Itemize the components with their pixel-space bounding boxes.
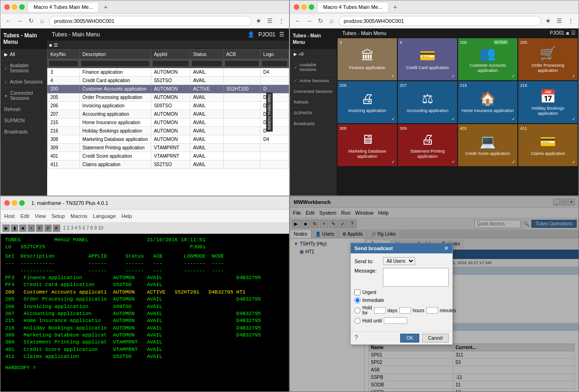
sidebar-item-broadcasts[interactable]: Broadcasts bbox=[0, 126, 47, 138]
tile-sidebar-supmon[interactable]: SUPMON bbox=[290, 108, 337, 119]
back-icon[interactable]: ← bbox=[4, 17, 13, 25]
menu-icon-2[interactable]: ⋮ bbox=[566, 17, 575, 25]
table-row[interactable]: 216 Holiday Bookings application AUTOMON… bbox=[48, 127, 289, 135]
filter-status[interactable] bbox=[191, 60, 222, 67]
tile-sidebar-all[interactable]: ▶All bbox=[290, 49, 337, 60]
table-row[interactable]: 207 Accounting application AUTOMON AVAIL… bbox=[48, 110, 289, 119]
dialog-send-to-select[interactable]: All Users bbox=[383, 257, 415, 265]
sidebar-item-connected[interactable]: ► Connected Sessions bbox=[0, 88, 47, 104]
tile-sidebar-active[interactable]: ✓Active Sessions bbox=[290, 75, 337, 86]
tile-item[interactable]: 205🛒Order Processing application✓ bbox=[518, 38, 578, 80]
menu-language[interactable]: Language bbox=[93, 213, 116, 219]
minimize-button-2[interactable] bbox=[301, 4, 307, 10]
settings-icon-2[interactable]: ☰ bbox=[555, 17, 564, 25]
tool-6[interactable]: F bbox=[44, 224, 52, 232]
tool-2[interactable]: ▮ bbox=[11, 224, 18, 232]
tool-1[interactable]: ▶ bbox=[2, 224, 10, 232]
home-icon[interactable]: ⌂ bbox=[38, 17, 46, 25]
menu-host[interactable]: Host bbox=[4, 213, 15, 219]
settings-icon[interactable]: ☰ bbox=[266, 17, 274, 25]
tile-item[interactable]: 309🖨Statement Printing application✓ bbox=[398, 124, 457, 166]
tile-sidebar-connected[interactable]: Connected Sessions bbox=[290, 86, 337, 97]
filter-applid[interactable] bbox=[152, 60, 189, 67]
bookmark-icon[interactable]: ★ bbox=[254, 17, 263, 25]
table-row[interactable]: 200 Customer Accounts application AUTOMO… bbox=[48, 85, 289, 93]
menu-macros[interactable]: Macros bbox=[71, 213, 87, 219]
browser-tab-1[interactable]: Macro 4 Tubes Main Me... bbox=[28, 2, 99, 12]
tool-5[interactable]: F bbox=[36, 224, 43, 232]
table-row[interactable]: 309 Statement Printing application VTAMP… bbox=[48, 144, 289, 152]
dialog-close-icon[interactable]: ✕ bbox=[444, 245, 449, 252]
address-bar-1[interactable] bbox=[49, 16, 252, 26]
table-row[interactable]: 3 Finance application AUTOMON AVAIL D4 bbox=[48, 68, 289, 77]
dialog-help-icon[interactable]: ? bbox=[354, 334, 358, 343]
table-row[interactable]: 206 Invoicing application S09TSO AVAIL D… bbox=[48, 102, 289, 110]
hamburger-icon[interactable]: ☰ bbox=[279, 31, 284, 38]
tile-item[interactable]: 4💳Credit Card application✓ bbox=[398, 38, 457, 80]
dialog-hold-for-radio[interactable] bbox=[354, 308, 360, 314]
list-icon[interactable]: ☰ bbox=[54, 42, 58, 48]
filter-desc[interactable] bbox=[81, 60, 150, 67]
sidebar-item-supmon[interactable]: SUPMON bbox=[0, 115, 47, 126]
filter-keyno[interactable] bbox=[49, 60, 78, 67]
sidebar-item-refresh[interactable]: Refresh bbox=[0, 104, 47, 115]
minimize-button-1[interactable] bbox=[12, 4, 17, 10]
table-row[interactable]: 401 Credit Score application VTAMPRNT AV… bbox=[48, 152, 289, 161]
tile-item[interactable]: 215🏠Home Insurance application✓ bbox=[458, 81, 517, 123]
terminal-min[interactable] bbox=[12, 200, 17, 206]
reload-icon[interactable]: ↻ bbox=[27, 17, 35, 25]
tile-item[interactable]: 401💻Credit Score application✓ bbox=[458, 124, 517, 166]
dialog-ok-button[interactable]: OK bbox=[400, 334, 419, 343]
tool-4[interactable]: ▪ bbox=[28, 224, 35, 232]
tile-sidebar-broadcasts[interactable]: Broadcasts bbox=[290, 119, 337, 129]
home-icon-2[interactable]: ⌂ bbox=[327, 17, 336, 25]
menu-edit[interactable]: Edit bbox=[21, 213, 29, 219]
tile-item[interactable]: 3🏛Finance application✓ bbox=[338, 38, 397, 80]
dialog-urgent-checkbox[interactable] bbox=[354, 289, 360, 295]
dialog-immediate-radio[interactable] bbox=[354, 297, 360, 303]
tile-item[interactable]: 200👥Customer Accounts application✓ACTIVE bbox=[458, 38, 517, 80]
tile-item[interactable]: 216📅Holiday Bookings application✓ bbox=[518, 81, 578, 123]
menu-setup[interactable]: Setup bbox=[51, 213, 65, 219]
sidebar-item-available[interactable]: ✓ Available Sessions bbox=[0, 60, 47, 77]
tile-list-icon[interactable]: ☰ bbox=[571, 30, 576, 36]
bookmark-icon-2[interactable]: ★ bbox=[544, 17, 552, 25]
menu-view[interactable]: View bbox=[35, 213, 46, 219]
address-bar-2[interactable] bbox=[339, 16, 541, 26]
table-row[interactable]: 215 Home Insurance application AUTOMON A… bbox=[48, 119, 289, 127]
tile-sidebar-refresh[interactable]: Refresh bbox=[290, 97, 337, 108]
tile-sidebar-available[interactable]: ✓Available Sessions bbox=[290, 60, 337, 75]
table-row[interactable]: 4 Credit Card application S52TSO AVAIL bbox=[48, 77, 289, 85]
sidebar-item-active[interactable]: ✓ Active Sessions bbox=[0, 77, 47, 88]
tile-grid-icon[interactable]: ■ bbox=[566, 30, 569, 36]
new-tab-icon[interactable]: + bbox=[104, 3, 107, 11]
grid-icon[interactable]: ■ bbox=[49, 42, 52, 48]
menu-icon[interactable]: ⋮ bbox=[277, 17, 285, 25]
maximize-button-2[interactable] bbox=[309, 4, 314, 10]
filter-acb[interactable] bbox=[225, 60, 259, 67]
tile-item[interactable]: 411💳Claims application✓ bbox=[518, 124, 578, 166]
tool-7[interactable]: F bbox=[53, 224, 60, 232]
tile-item[interactable]: 308🖥Marketing Database application✓ bbox=[338, 124, 397, 166]
reload-icon-2[interactable]: ↻ bbox=[316, 17, 325, 25]
forward-icon[interactable]: → bbox=[15, 17, 24, 25]
new-tab-icon-2[interactable]: + bbox=[393, 3, 397, 11]
browser-tab-2[interactable]: Macro 4 Tubes Main Me... bbox=[317, 2, 388, 12]
dialog-hours-input[interactable] bbox=[399, 307, 411, 314]
dialog-cancel-button[interactable]: Cancel bbox=[422, 334, 449, 343]
close-button-2[interactable] bbox=[294, 4, 299, 10]
tile-item[interactable]: 206🖨Invoicing application✓ bbox=[338, 81, 397, 123]
dialog-message-textarea[interactable] bbox=[383, 268, 449, 287]
back-icon-2[interactable]: ← bbox=[294, 17, 302, 25]
maximize-button-1[interactable] bbox=[19, 4, 25, 10]
table-row[interactable]: 205 Order Processing application AUTOMON… bbox=[48, 93, 289, 102]
table-row[interactable]: 411 Claims application S52TSO AVAIL bbox=[48, 161, 289, 169]
filter-logo[interactable] bbox=[261, 60, 288, 67]
terminal-max[interactable] bbox=[19, 200, 25, 206]
dialog-mins-input[interactable] bbox=[426, 307, 438, 314]
close-button-1[interactable] bbox=[4, 4, 10, 10]
dialog-days-input[interactable] bbox=[374, 307, 386, 314]
dialog-hold-until-radio[interactable] bbox=[354, 318, 360, 324]
forward-icon-2[interactable]: → bbox=[305, 17, 313, 25]
tool-3[interactable]: ■ bbox=[19, 224, 27, 232]
